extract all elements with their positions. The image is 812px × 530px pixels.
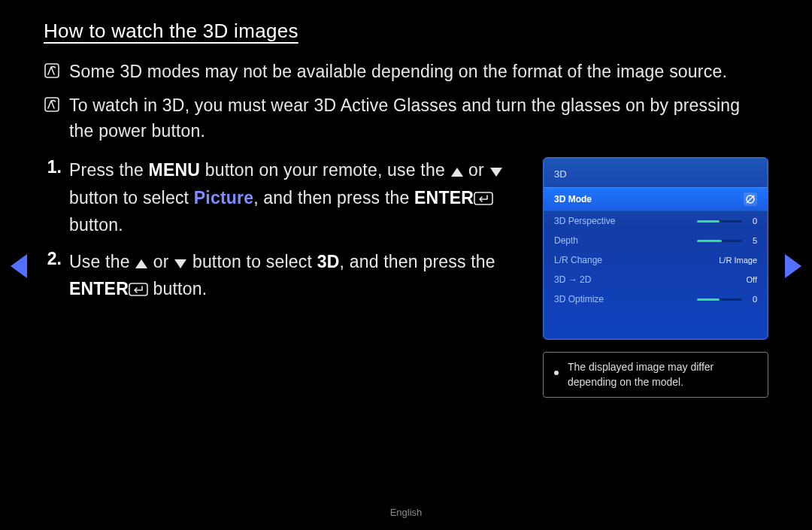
svg-marker-2 bbox=[451, 168, 463, 177]
svg-rect-0 bbox=[45, 64, 59, 77]
note-item: Some 3D modes may not be available depen… bbox=[44, 59, 768, 84]
osd-row-3d-mode[interactable]: 3D Mode bbox=[544, 187, 768, 211]
step-item: 2. Use the or button to select 3D, and t… bbox=[44, 249, 522, 304]
osd-row-3d-perspective[interactable]: 3D Perspective 0 bbox=[544, 211, 768, 231]
down-arrow-icon bbox=[174, 250, 187, 277]
menu-strong: MENU bbox=[149, 160, 201, 180]
enter-strong: ENTER bbox=[414, 188, 474, 207]
osd-value: Off bbox=[747, 275, 757, 284]
svg-marker-5 bbox=[135, 259, 147, 268]
note-icon bbox=[44, 96, 60, 113]
svg-point-10 bbox=[554, 371, 559, 375]
step-item: 1. Press the MENU button on your remote,… bbox=[44, 157, 522, 238]
down-arrow-icon bbox=[489, 159, 503, 185]
svg-marker-6 bbox=[174, 259, 186, 268]
osd-label: 3D Optimize bbox=[554, 294, 697, 304]
osd-label: Depth bbox=[554, 235, 697, 246]
disclaimer-box: The displayed image may differ depending… bbox=[543, 352, 768, 398]
svg-rect-1 bbox=[45, 98, 59, 111]
osd-value: 0 bbox=[747, 295, 757, 304]
osd-label: 3D Perspective bbox=[554, 216, 697, 226]
page-title: How to watch the 3D images bbox=[44, 20, 768, 43]
osd-row-depth[interactable]: Depth 5 bbox=[544, 231, 768, 250]
osd-slider: 5 bbox=[697, 236, 757, 245]
osd-row-3d-optimize[interactable]: 3D Optimize 0 bbox=[544, 289, 768, 309]
svg-rect-4 bbox=[474, 192, 492, 204]
notes-list: Some 3D modes may not be available depen… bbox=[44, 59, 768, 144]
steps-list: 1. Press the MENU button on your remote,… bbox=[44, 157, 522, 314]
osd-label: L/R Change bbox=[554, 255, 719, 265]
3d-strong: 3D bbox=[317, 252, 340, 271]
step-number: 2. bbox=[44, 249, 62, 269]
note-text: To watch in 3D, you must wear 3D Active … bbox=[69, 93, 768, 144]
nav-next-arrow[interactable] bbox=[785, 254, 801, 278]
slider-fill bbox=[697, 240, 722, 242]
osd-row-3d-to-2d[interactable]: 3D → 2D Off bbox=[544, 270, 768, 289]
enter-strong: ENTER bbox=[69, 279, 129, 298]
up-arrow-icon bbox=[135, 250, 148, 277]
osd-value: 5 bbox=[747, 236, 757, 245]
slider-fill bbox=[697, 220, 720, 223]
step-number: 1. bbox=[44, 157, 62, 177]
svg-rect-7 bbox=[129, 283, 147, 295]
enter-icon bbox=[474, 186, 493, 213]
nav-prev-arrow[interactable] bbox=[11, 254, 27, 278]
note-item: To watch in 3D, you must wear 3D Active … bbox=[44, 93, 768, 144]
bullet-icon bbox=[554, 365, 560, 380]
osd-panel: 3D 3D Mode 3D Perspective 0 Depth bbox=[543, 157, 768, 340]
slider-fill bbox=[697, 298, 720, 301]
osd-label: 3D Mode bbox=[554, 194, 744, 204]
mode-off-icon bbox=[744, 192, 757, 206]
osd-value: 0 bbox=[747, 217, 757, 226]
svg-marker-3 bbox=[490, 168, 502, 177]
osd-value: L/R Image bbox=[719, 256, 757, 265]
osd-slider: 0 bbox=[697, 295, 757, 304]
step-text: Use the or button to select 3D, and then… bbox=[69, 249, 522, 304]
osd-label: 3D → 2D bbox=[554, 274, 747, 285]
osd-slider: 0 bbox=[697, 217, 757, 226]
footer-language: English bbox=[0, 507, 812, 518]
picture-strong: Picture bbox=[194, 188, 253, 207]
note-icon bbox=[44, 62, 60, 79]
disclaimer-text: The displayed image may differ depending… bbox=[568, 360, 757, 389]
note-text: Some 3D modes may not be available depen… bbox=[69, 59, 727, 84]
osd-row-lr-change[interactable]: L/R Change L/R Image bbox=[544, 250, 768, 270]
step-text: Press the MENU button on your remote, us… bbox=[69, 157, 522, 238]
up-arrow-icon bbox=[450, 159, 464, 185]
enter-icon bbox=[129, 277, 148, 304]
osd-title: 3D bbox=[544, 164, 768, 187]
